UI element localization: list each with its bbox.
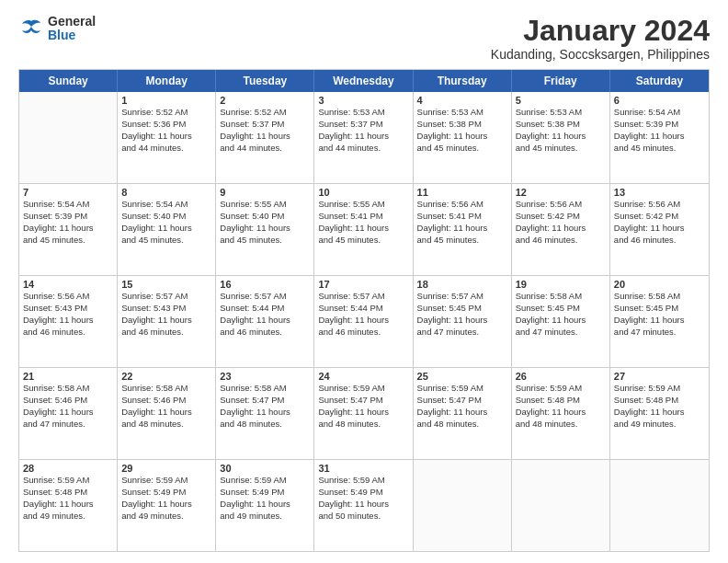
calendar-row-3: 21Sunrise: 5:58 AMSunset: 5:46 PMDayligh… <box>19 368 709 460</box>
cell-line: and 44 minutes. <box>220 143 310 155</box>
calendar-cell: 8Sunrise: 5:54 AMSunset: 5:40 PMDaylight… <box>118 184 216 275</box>
day-number: 13 <box>614 187 705 198</box>
cell-line: Daylight: 11 hours <box>318 315 408 327</box>
cell-line: Sunrise: 5:57 AM <box>121 291 211 303</box>
cell-line: Daylight: 11 hours <box>121 131 211 143</box>
day-number: 1 <box>121 95 211 106</box>
cell-line: Sunset: 5:37 PM <box>220 119 310 131</box>
day-number: 15 <box>121 279 211 290</box>
calendar-body: 1Sunrise: 5:52 AMSunset: 5:36 PMDaylight… <box>19 92 709 551</box>
cell-line: Sunrise: 5:59 AM <box>121 475 211 487</box>
cell-line: Daylight: 11 hours <box>121 407 211 419</box>
calendar-cell: 11Sunrise: 5:56 AMSunset: 5:41 PMDayligh… <box>414 184 512 275</box>
cell-line: Sunset: 5:47 PM <box>318 395 408 407</box>
calendar-cell: 23Sunrise: 5:58 AMSunset: 5:47 PMDayligh… <box>216 368 314 459</box>
main-title: January 2024 <box>491 15 710 47</box>
calendar-cell: 13Sunrise: 5:56 AMSunset: 5:42 PMDayligh… <box>610 184 709 275</box>
cell-line: and 45 minutes. <box>614 143 705 155</box>
cell-line: Daylight: 11 hours <box>23 315 113 327</box>
cell-line: Sunset: 5:41 PM <box>417 211 507 223</box>
day-number: 26 <box>516 371 606 382</box>
cell-line: Sunset: 5:43 PM <box>23 303 113 315</box>
day-number: 3 <box>318 95 408 106</box>
cell-line: Sunrise: 5:58 AM <box>614 291 705 303</box>
calendar-cell: 10Sunrise: 5:55 AMSunset: 5:41 PMDayligh… <box>314 184 413 275</box>
cell-line: and 45 minutes. <box>417 143 507 155</box>
calendar-cell: 16Sunrise: 5:57 AMSunset: 5:44 PMDayligh… <box>216 276 314 367</box>
logo-text: General Blue <box>48 15 96 43</box>
cell-line: Sunrise: 5:59 AM <box>220 475 310 487</box>
cell-line: Sunset: 5:48 PM <box>516 395 606 407</box>
calendar-cell: 28Sunrise: 5:59 AMSunset: 5:48 PMDayligh… <box>19 460 118 551</box>
day-number: 6 <box>614 95 705 106</box>
cell-line: and 49 minutes. <box>220 511 310 523</box>
cell-line: Daylight: 11 hours <box>417 407 507 419</box>
cell-line: and 45 minutes. <box>220 235 310 247</box>
cell-line: Sunset: 5:49 PM <box>220 487 310 499</box>
cell-line: and 49 minutes. <box>23 511 113 523</box>
cell-line: Sunrise: 5:56 AM <box>516 199 606 211</box>
calendar-row-1: 7Sunrise: 5:54 AMSunset: 5:39 PMDaylight… <box>19 184 709 276</box>
cell-line: and 46 minutes. <box>614 235 705 247</box>
cell-line: Daylight: 11 hours <box>614 131 705 143</box>
calendar-cell: 3Sunrise: 5:53 AMSunset: 5:37 PMDaylight… <box>314 92 413 183</box>
calendar-cell: 1Sunrise: 5:52 AMSunset: 5:36 PMDaylight… <box>118 92 216 183</box>
cell-line: Sunset: 5:45 PM <box>516 303 606 315</box>
cell-line: Sunrise: 5:59 AM <box>417 383 507 395</box>
cell-line: Sunrise: 5:55 AM <box>318 199 408 211</box>
cell-line: and 48 minutes. <box>220 419 310 431</box>
calendar-cell: 25Sunrise: 5:59 AMSunset: 5:47 PMDayligh… <box>414 368 512 459</box>
calendar-cell <box>512 460 610 551</box>
cell-line: Sunrise: 5:53 AM <box>516 107 606 119</box>
cell-line: Daylight: 11 hours <box>614 315 705 327</box>
cell-line: and 47 minutes. <box>614 327 705 339</box>
cell-line: Sunrise: 5:59 AM <box>23 475 113 487</box>
calendar-cell: 15Sunrise: 5:57 AMSunset: 5:43 PMDayligh… <box>118 276 216 367</box>
cell-line: and 46 minutes. <box>318 327 408 339</box>
cell-line: and 44 minutes. <box>318 143 408 155</box>
cell-line: Daylight: 11 hours <box>220 131 310 143</box>
cell-line: and 49 minutes. <box>614 419 705 431</box>
cell-line: and 47 minutes. <box>23 419 113 431</box>
calendar-cell <box>414 460 512 551</box>
cell-line: and 45 minutes. <box>318 235 408 247</box>
calendar-cell: 18Sunrise: 5:57 AMSunset: 5:45 PMDayligh… <box>414 276 512 367</box>
calendar-cell: 24Sunrise: 5:59 AMSunset: 5:47 PMDayligh… <box>314 368 413 459</box>
cell-line: Sunrise: 5:52 AM <box>220 107 310 119</box>
day-number: 17 <box>318 279 408 290</box>
cell-line: Sunset: 5:47 PM <box>417 395 507 407</box>
cell-line: Sunrise: 5:58 AM <box>121 383 211 395</box>
calendar-row-4: 28Sunrise: 5:59 AMSunset: 5:48 PMDayligh… <box>19 460 709 551</box>
cell-line: Sunrise: 5:52 AM <box>121 107 211 119</box>
cell-line: Daylight: 11 hours <box>220 499 310 511</box>
cell-line: Daylight: 11 hours <box>220 315 310 327</box>
calendar-cell: 4Sunrise: 5:53 AMSunset: 5:38 PMDaylight… <box>414 92 512 183</box>
cell-line: Sunrise: 5:59 AM <box>318 383 408 395</box>
calendar-cell: 20Sunrise: 5:58 AMSunset: 5:45 PMDayligh… <box>610 276 709 367</box>
cell-line: Sunrise: 5:57 AM <box>318 291 408 303</box>
day-number: 14 <box>23 279 113 290</box>
cell-line: and 47 minutes. <box>417 327 507 339</box>
calendar-cell: 19Sunrise: 5:58 AMSunset: 5:45 PMDayligh… <box>512 276 610 367</box>
calendar-cell: 29Sunrise: 5:59 AMSunset: 5:49 PMDayligh… <box>118 460 216 551</box>
cell-line: Daylight: 11 hours <box>614 223 705 235</box>
cell-line: and 47 minutes. <box>516 327 606 339</box>
cell-line: and 46 minutes. <box>121 327 211 339</box>
cell-line: Daylight: 11 hours <box>318 407 408 419</box>
calendar-cell: 21Sunrise: 5:58 AMSunset: 5:46 PMDayligh… <box>19 368 118 459</box>
day-number: 8 <box>121 187 211 198</box>
cell-line: and 45 minutes. <box>23 235 113 247</box>
calendar-cell: 22Sunrise: 5:58 AMSunset: 5:46 PMDayligh… <box>118 368 216 459</box>
day-number: 16 <box>220 279 310 290</box>
day-number: 20 <box>614 279 705 290</box>
cell-line: Daylight: 11 hours <box>516 407 606 419</box>
cell-line: Daylight: 11 hours <box>516 315 606 327</box>
cell-line: Sunset: 5:39 PM <box>614 119 705 131</box>
calendar-cell: 14Sunrise: 5:56 AMSunset: 5:43 PMDayligh… <box>19 276 118 367</box>
cell-line: Sunrise: 5:57 AM <box>417 291 507 303</box>
cell-line: Daylight: 11 hours <box>318 223 408 235</box>
calendar-cell: 6Sunrise: 5:54 AMSunset: 5:39 PMDaylight… <box>610 92 709 183</box>
cell-line: Daylight: 11 hours <box>23 407 113 419</box>
header-day-wednesday: Wednesday <box>314 70 413 92</box>
cell-line: Sunrise: 5:56 AM <box>23 291 113 303</box>
